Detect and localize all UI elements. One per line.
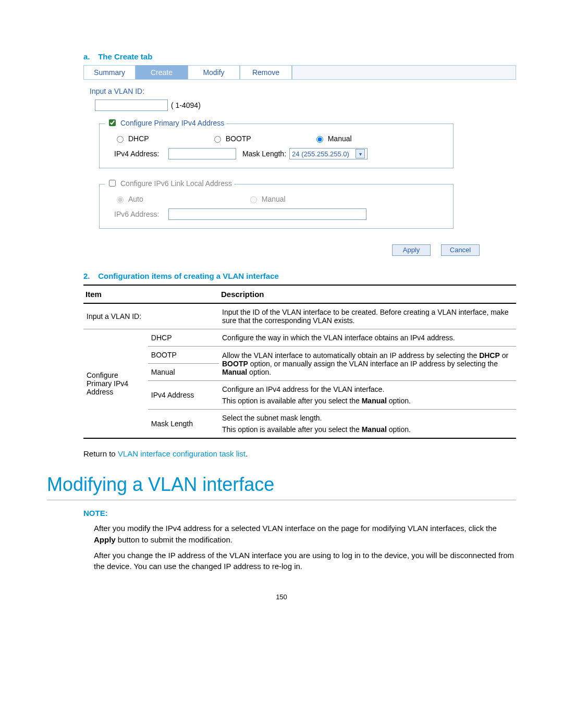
tab-remove[interactable]: Remove bbox=[240, 65, 292, 79]
td-r1-item: Input a VLAN ID: bbox=[83, 303, 219, 329]
heading-2: 2. Configuration items of creating a VLA… bbox=[47, 272, 516, 280]
ipv6-address-input bbox=[168, 208, 366, 220]
vlan-id-range: ( 1-4094) bbox=[171, 101, 201, 109]
vlan-id-label: Input a VLAN ID: bbox=[90, 87, 516, 95]
note-heading: NOTE: bbox=[83, 509, 516, 517]
heading-2-text: Configuration items of creating a VLAN i… bbox=[98, 272, 279, 280]
task-list-link[interactable]: VLAN interface configuration task list bbox=[118, 449, 246, 458]
tab-bar: Summary Create Modify Remove bbox=[83, 65, 516, 80]
ipv6-enable-checkbox[interactable] bbox=[109, 180, 116, 187]
tab-summary[interactable]: Summary bbox=[83, 65, 136, 79]
create-tab-screenshot: Summary Create Modify Remove Input a VLA… bbox=[83, 65, 516, 256]
list-marker-a: a. bbox=[83, 52, 96, 61]
ipv6-address-label: IPv6 Address: bbox=[114, 210, 165, 218]
note-p1: After you modify the IPv4 address for a … bbox=[94, 523, 516, 546]
config-items-table: Item Description Input a VLAN ID: Input … bbox=[83, 285, 516, 439]
td-ipv4addr-desc: Configure an IPv4 address for the VLAN i… bbox=[219, 381, 516, 410]
ipv6-legend: Configure IPv6 Link Local Address bbox=[120, 179, 232, 188]
tab-create[interactable]: Create bbox=[136, 65, 188, 79]
mask-length-label: Mask Length: bbox=[242, 150, 286, 158]
radio-auto-label: Auto bbox=[128, 195, 143, 203]
radio-manual[interactable] bbox=[316, 136, 323, 143]
list-marker-2: 2. bbox=[83, 272, 96, 280]
mask-length-value: 24 (255.255.255.0) bbox=[292, 150, 349, 158]
tab-modify[interactable]: Modify bbox=[188, 65, 240, 79]
page-number: 150 bbox=[47, 593, 516, 601]
ipv4-fieldset: Configure Primary IPv4 Address DHCP BOOT… bbox=[99, 124, 454, 168]
mask-length-select[interactable]: 24 (255.255.255.0) ▾ bbox=[289, 148, 368, 159]
section-title: Modifying a VLAN interface bbox=[47, 474, 516, 500]
radio-manual-v6 bbox=[250, 196, 257, 203]
radio-auto bbox=[117, 196, 124, 203]
td-group: Configure Primary IPv4 Address bbox=[83, 329, 148, 439]
ipv6-fieldset: Configure IPv6 Link Local Address Auto M… bbox=[99, 184, 454, 229]
tab-spacer bbox=[292, 65, 516, 79]
radio-bootp[interactable] bbox=[214, 136, 221, 143]
heading-a-text: The Create tab bbox=[98, 52, 152, 61]
td-manual: Manual bbox=[148, 364, 219, 381]
ipv4-legend: Configure Primary IPv4 Address bbox=[120, 119, 224, 127]
th-item: Item bbox=[83, 285, 219, 303]
radio-dhcp-label: DHCP bbox=[128, 134, 149, 143]
ipv4-address-input[interactable] bbox=[168, 148, 236, 159]
radio-dhcp[interactable] bbox=[117, 136, 124, 143]
td-mask-desc: Select the subnet mask length. This opti… bbox=[219, 410, 516, 439]
vlan-id-input[interactable] bbox=[95, 100, 168, 111]
td-bootp-desc: Allow the VLAN interface to automaticall… bbox=[219, 347, 516, 381]
heading-a: a. The Create tab bbox=[47, 52, 516, 61]
td-ipv4addr: IPv4 Address bbox=[148, 381, 219, 410]
td-bootp: BOOTP bbox=[148, 347, 219, 364]
ipv4-enable-checkbox[interactable] bbox=[109, 119, 116, 126]
td-dhcp: DHCP bbox=[148, 329, 219, 347]
cancel-button[interactable]: Cancel bbox=[441, 244, 480, 256]
td-mask: Mask Length bbox=[148, 410, 219, 439]
apply-button[interactable]: Apply bbox=[392, 244, 431, 256]
return-line: Return to VLAN interface configuration t… bbox=[83, 449, 516, 458]
td-r1-desc: Input the ID of the VLAN interface to be… bbox=[219, 303, 516, 329]
note-p2: After you change the IP address of the V… bbox=[94, 550, 516, 573]
radio-bootp-label: BOOTP bbox=[226, 134, 251, 143]
radio-manual-v6-label: Manual bbox=[262, 195, 286, 203]
td-dhcp-desc: Configure the way in which the VLAN inte… bbox=[219, 329, 516, 347]
chevron-down-icon: ▾ bbox=[356, 149, 365, 158]
radio-manual-label: Manual bbox=[328, 134, 352, 143]
ipv4-address-label: IPv4 Address: bbox=[114, 150, 165, 158]
th-desc: Description bbox=[219, 285, 516, 303]
